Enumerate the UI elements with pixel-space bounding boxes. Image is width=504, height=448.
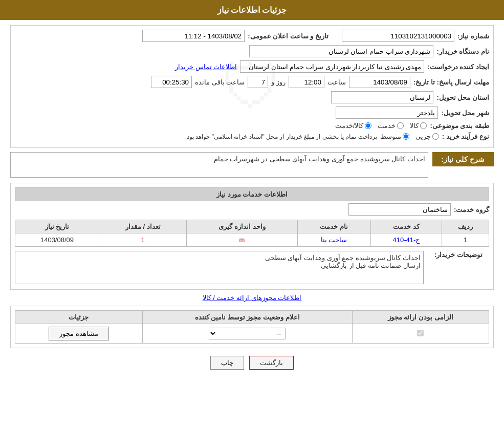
col-kod: کد خدمت (370, 220, 442, 233)
tabaqe-khadamat-radio[interactable] (397, 122, 404, 129)
cell-alam: -- (142, 324, 352, 344)
sharh-label: شرح کلی نیاز: (442, 155, 485, 163)
print-button[interactable]: چاپ (210, 356, 244, 370)
sharh-value: احداث کانال سرپوشیده جمع آوری وهدایت آبه… (214, 155, 425, 163)
mohlet-rooz-label: روز و (271, 78, 286, 86)
col-elzami: الزامی بودن ارائه مجوز (352, 311, 489, 324)
cell-nam: ساخت بنا (297, 233, 370, 247)
baqi-mande-input[interactable] (151, 76, 192, 88)
shomare-niaz-input[interactable] (342, 30, 454, 42)
khadamat-table-container: ردیف کد خدمت نام خدمت واحد اندازه گیری ت… (15, 220, 489, 247)
grohe-khadamat-label: گروه خدمت: (454, 206, 489, 214)
noe-farayand-label: نوع فرآیند خرید : (442, 133, 489, 140)
ijad-konande-link[interactable]: اطلاعات تماس خریدار (175, 63, 237, 71)
cell-tedaad: 1 (99, 233, 186, 247)
khadamat-table: ردیف کد خدمت نام خدمت واحد اندازه گیری ت… (15, 220, 489, 247)
col-joziyat: جزئیات (15, 311, 143, 324)
tabaqe-kala-khadamat-radio[interactable] (365, 122, 371, 129)
cell-joziyat: مشاهده مجوز (15, 324, 143, 344)
nam-dastgah-input[interactable] (249, 45, 433, 57)
shomare-niaz-label: شماره نیاز: (457, 32, 489, 40)
col-alam: اعلام وضعیت مجوز توسط نامین کننده (142, 311, 352, 324)
table-row: 1 ج-41-410 ساخت بنا m 1 1403/08/09 (15, 233, 489, 247)
back-button[interactable]: بازگشت (249, 356, 294, 370)
cell-radif: 1 (442, 233, 489, 247)
shahr-label: شهر محل تحویل: (441, 109, 489, 117)
ijad-konande-label: ایجاد کننده درخواست: (427, 63, 489, 71)
tabaqe-kala-label: کالا (410, 122, 419, 130)
col-tarikh: تاریخ نیاز (15, 220, 99, 233)
moshahede-mojavez-button[interactable]: مشاهده مجوز (49, 327, 109, 340)
tabaqe-kala-radio[interactable] (420, 122, 427, 129)
alam-select[interactable]: -- (209, 328, 286, 339)
farayand-jozi-radio[interactable] (432, 133, 439, 140)
col-tedaad: تعداد / مقدار (99, 220, 186, 233)
tarikh-input[interactable] (142, 30, 245, 42)
tabaqe-kala-khadamat-label: کالا/خدمت (335, 122, 364, 130)
mohlet-saat-input[interactable] (289, 76, 324, 88)
sharh-section-header: شرح کلی نیاز: (432, 152, 494, 166)
noe-farayand-radio-group: جزیی متوسط (380, 133, 439, 140)
col-nam: نام خدمت (297, 220, 370, 233)
shahr-input[interactable] (336, 106, 438, 119)
ostan-input[interactable] (331, 91, 433, 103)
mojavez-row: -- مشاهده مجوز (15, 324, 489, 344)
tabaqe-label: طبقه بندی موضوعی: (430, 122, 489, 130)
action-buttons: بازگشت چاپ (10, 356, 494, 370)
tabaqe-khadamat-label: خدمت (378, 122, 396, 130)
mohlet-rooz-input[interactable] (248, 76, 268, 88)
tosif-box: احداث کانال سرپوشیده جمع آوری وهدایت آبه… (15, 251, 424, 284)
tabaqe-radio-group: کالا خدمت کالا/خدمت (335, 122, 427, 130)
nam-dastgah-label: نام دستگاه خریدار: (436, 48, 489, 55)
mohlet-date-input[interactable] (349, 76, 410, 88)
mohlet-saat-label: ساعت (327, 78, 346, 86)
ijad-konande-input[interactable] (240, 60, 424, 73)
sharh-box: احداث کانال سرپوشیده جمع آوری وهدایت آبه… (10, 152, 428, 178)
page-header: جزئیات اطلاعات نیاز (0, 0, 504, 20)
mohlet-label: مهلت ارسال پاسخ: تا تاریخ: (413, 78, 489, 86)
mojavez-table: الزامی بودن ارائه مجوز اعلام وضعیت مجوز … (15, 310, 489, 344)
page-title: جزئیات اطلاعات نیاز (217, 6, 287, 14)
elzami-checkbox (417, 330, 424, 336)
cell-vahed: m (187, 233, 297, 247)
grohe-khadamat-input[interactable] (348, 203, 451, 216)
mojavez-section: الزامی بودن ارائه مجوز اعلام وضعیت مجوز … (10, 306, 494, 348)
cell-kod: ج-41-410 (370, 233, 442, 247)
khadamat-section-title: اطلاعات خدمات مورد نیاز (15, 187, 489, 201)
baqi-mande-label: ساعت باقی مانده (195, 78, 245, 86)
cell-elzami (352, 324, 489, 344)
col-vahed: واحد اندازه گیری (187, 220, 297, 233)
ostan-label: استان محل تحویل: (436, 94, 489, 101)
farayand-jozi-label: جزیی (415, 133, 431, 140)
farayand-motevaset-label: متوسط (380, 133, 401, 140)
noe-farayand-note: پرداخت تمام یا بخشی از مبلغ خریدار از مح… (185, 133, 377, 140)
cell-tarikh: 1403/08/09 (15, 233, 99, 247)
mojavez-section-link[interactable]: اطلاعات مجوزهای ارائه خدمت / کالا (203, 294, 302, 302)
tarikh-label: تاریخ و ساعت اعلان عمومی: (248, 32, 328, 40)
farayand-motevaset-radio[interactable] (403, 133, 409, 140)
col-radif: ردیف (442, 220, 489, 233)
tosif-label: توضیحات خریدار: (428, 251, 489, 259)
